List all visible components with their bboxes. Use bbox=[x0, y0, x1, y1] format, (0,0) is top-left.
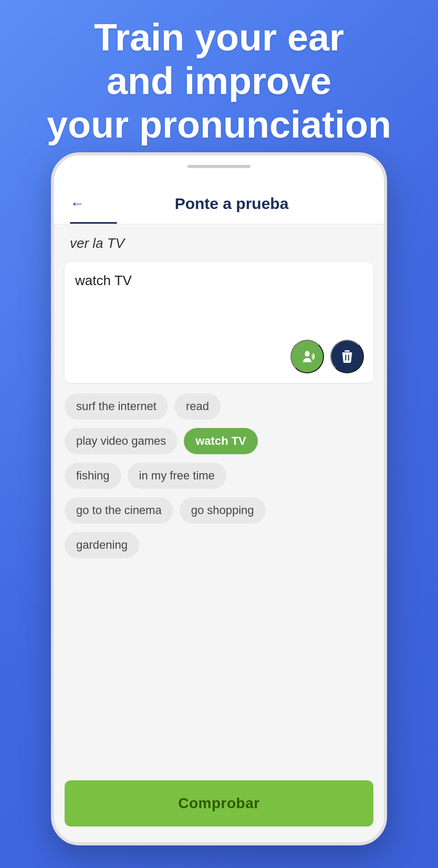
screen-title: Ponte a prueba bbox=[95, 195, 368, 213]
bottom-button-area: Comprobar bbox=[54, 770, 384, 842]
chip-in-my-free-time[interactable]: in my free time bbox=[128, 463, 226, 489]
phone-wrapper: ← Ponte a prueba ver la TV watch TV bbox=[51, 152, 387, 845]
chips-area: surf the internet read play video games … bbox=[54, 383, 384, 770]
question-text: ver la TV bbox=[70, 235, 124, 251]
chip-read[interactable]: read bbox=[174, 393, 221, 420]
chips-row-2: play video games watch TV bbox=[65, 428, 373, 454]
hero-line3: your pronunciation bbox=[47, 103, 391, 145]
chip-go-shopping[interactable]: go shopping bbox=[180, 497, 266, 524]
chips-row-3: fishing in my free time bbox=[65, 463, 373, 489]
phone-notch bbox=[187, 165, 251, 168]
hero-line1: Train your ear bbox=[94, 16, 344, 58]
top-bar: ← Ponte a prueba bbox=[54, 184, 384, 225]
question-row: ver la TV bbox=[54, 225, 384, 262]
comprobar-button[interactable]: Comprobar bbox=[65, 780, 373, 827]
hero-section: Train your ear and improve your pronunci… bbox=[0, 16, 438, 146]
chips-row-5: gardening bbox=[65, 532, 373, 558]
chip-fishing[interactable]: fishing bbox=[65, 463, 121, 489]
title-underline bbox=[70, 222, 117, 224]
mic-icon bbox=[299, 348, 316, 365]
phone-shell: ← Ponte a prueba ver la TV watch TV bbox=[51, 152, 387, 845]
hero-line2: and improve bbox=[107, 60, 331, 102]
mic-button[interactable] bbox=[290, 340, 324, 373]
action-buttons bbox=[290, 340, 364, 373]
answer-box: watch TV bbox=[65, 262, 373, 383]
phone-content: ← Ponte a prueba ver la TV watch TV bbox=[54, 184, 384, 842]
chip-play-video-games[interactable]: play video games bbox=[65, 428, 178, 454]
back-button[interactable]: ← bbox=[70, 195, 85, 212]
chip-gardening[interactable]: gardening bbox=[65, 532, 139, 558]
chip-go-to-cinema[interactable]: go to the cinema bbox=[65, 497, 173, 524]
answer-text: watch TV bbox=[75, 273, 132, 288]
chips-row-4: go to the cinema go shopping bbox=[65, 497, 373, 524]
svg-point-1 bbox=[305, 351, 309, 357]
chip-watch-tv[interactable]: watch TV bbox=[184, 428, 258, 454]
chip-surf-internet[interactable]: surf the internet bbox=[65, 393, 168, 420]
delete-button[interactable] bbox=[330, 340, 364, 373]
delete-icon bbox=[339, 348, 356, 365]
chips-row-1: surf the internet read bbox=[65, 393, 373, 420]
